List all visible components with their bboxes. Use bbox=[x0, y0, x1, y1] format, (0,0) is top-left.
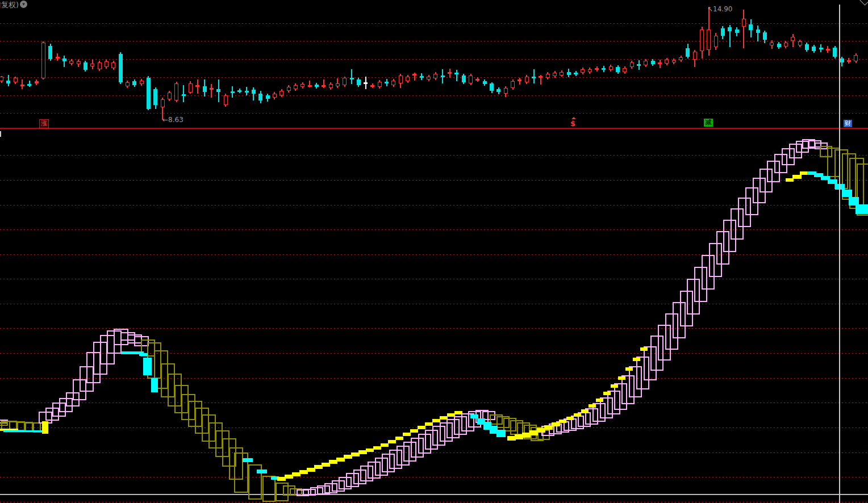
candle-body bbox=[567, 72, 571, 75]
candle-body bbox=[511, 81, 515, 88]
candle-body bbox=[336, 83, 340, 86]
indicator-fill bbox=[42, 421, 48, 434]
indicator-fill bbox=[611, 384, 618, 388]
candle-body bbox=[623, 68, 627, 72]
candle-body bbox=[385, 82, 389, 83]
candle-body bbox=[693, 52, 697, 60]
candle-body bbox=[245, 91, 249, 93]
candle-body bbox=[266, 95, 270, 99]
candle-body bbox=[805, 44, 809, 50]
candle-body bbox=[119, 54, 123, 82]
candle-body bbox=[784, 43, 788, 47]
gridline bbox=[0, 180, 868, 181]
candle-body bbox=[651, 61, 655, 64]
indicator-fill bbox=[454, 411, 462, 414]
candle-body bbox=[195, 85, 199, 87]
indicator-fill bbox=[618, 376, 625, 380]
candle-body bbox=[364, 82, 368, 84]
candle-wick bbox=[519, 78, 520, 85]
candle-body bbox=[210, 88, 214, 90]
candle-body bbox=[343, 78, 347, 85]
indicator-fill bbox=[151, 378, 158, 392]
indicator-fill bbox=[373, 446, 381, 450]
gridline bbox=[0, 304, 868, 304]
candle-body bbox=[20, 85, 24, 86]
candle-body bbox=[763, 32, 767, 40]
candle-body bbox=[672, 60, 676, 62]
candle-body bbox=[665, 60, 669, 64]
gridline bbox=[0, 113, 868, 114]
candle-body bbox=[735, 30, 739, 33]
candle-body bbox=[714, 36, 718, 47]
candle-body bbox=[630, 62, 634, 67]
candle-body bbox=[798, 41, 802, 45]
indicator-fill bbox=[842, 190, 852, 197]
candle-body bbox=[357, 79, 361, 85]
indicator-fill bbox=[257, 470, 267, 473]
candle-body bbox=[433, 74, 437, 78]
signal-marker-wealth: 财 bbox=[844, 120, 852, 127]
gridline bbox=[0, 452, 868, 453]
candle-body bbox=[308, 85, 312, 87]
candle-body bbox=[370, 85, 374, 87]
candle-body bbox=[224, 95, 228, 105]
chevron-down-circle-icon[interactable]: ▾ bbox=[20, 1, 27, 8]
candle-body bbox=[41, 43, 45, 78]
indicator-fill bbox=[432, 419, 440, 422]
candle-body bbox=[140, 81, 144, 84]
candle-body bbox=[132, 81, 136, 85]
candle-body bbox=[412, 74, 416, 76]
indicator-fill bbox=[366, 448, 374, 452]
indicator-fill bbox=[640, 347, 648, 351]
candle-body bbox=[237, 90, 241, 92]
candle-body bbox=[62, 58, 66, 61]
candle-body bbox=[0, 77, 3, 81]
candle-body bbox=[406, 77, 410, 81]
gridline bbox=[0, 403, 868, 403]
price-adjust-label: (前复权) bbox=[0, 0, 19, 10]
candle-body bbox=[273, 94, 277, 98]
gridline bbox=[0, 328, 868, 329]
candle-body bbox=[777, 44, 781, 47]
candle-wick bbox=[757, 26, 758, 41]
gridline bbox=[0, 41, 868, 41]
candle-wick bbox=[456, 70, 457, 81]
candle-body bbox=[854, 55, 858, 61]
candle-body bbox=[742, 19, 746, 27]
candle-body bbox=[644, 61, 648, 65]
candle-body bbox=[98, 62, 102, 69]
candle-body bbox=[840, 58, 844, 62]
indicator-fill bbox=[395, 437, 403, 440]
candle-body bbox=[27, 84, 31, 86]
signal-marker-dollar: $ bbox=[570, 120, 575, 127]
candle-body bbox=[69, 61, 73, 64]
indicator-fill bbox=[496, 430, 506, 437]
candle-body bbox=[216, 89, 220, 92]
candle-body bbox=[126, 82, 130, 86]
candle-body bbox=[686, 48, 690, 57]
candle-body bbox=[287, 87, 291, 91]
candle-body bbox=[819, 48, 823, 49]
gridline bbox=[0, 378, 868, 379]
indicator-fill bbox=[440, 416, 448, 420]
indicator-fill bbox=[633, 358, 640, 361]
candle-body bbox=[588, 69, 592, 72]
candle-body bbox=[252, 90, 256, 94]
panel-corner-tick bbox=[0, 131, 1, 137]
candle-body bbox=[658, 62, 662, 64]
candle-body bbox=[147, 78, 151, 109]
gridline bbox=[0, 23, 868, 24]
indicator-fill bbox=[792, 175, 802, 179]
candle-body bbox=[518, 79, 521, 81]
indicator-fill bbox=[3, 430, 44, 432]
gridline bbox=[0, 502, 868, 502]
candle-body bbox=[602, 68, 606, 70]
candle-body bbox=[525, 77, 529, 82]
candle-body bbox=[581, 69, 585, 73]
candle-body bbox=[111, 62, 115, 68]
candle-body bbox=[504, 88, 508, 94]
candle-wick bbox=[743, 10, 744, 48]
indicator-fill bbox=[828, 179, 837, 184]
candle-body bbox=[546, 74, 550, 78]
candle-body bbox=[294, 85, 298, 89]
